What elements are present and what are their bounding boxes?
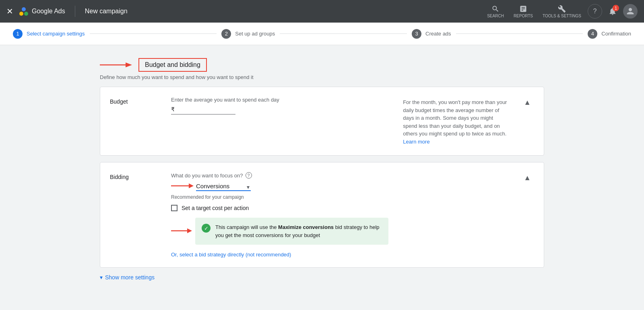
notifications-button[interactable]: 1 [605, 4, 620, 19]
conversions-select[interactable]: Conversions Conversion value Clicks Impr… [196, 183, 251, 191]
red-arrow-conversions-icon [171, 182, 194, 190]
green-info-box: ✓ This campaign will use the Maximize co… [195, 218, 388, 245]
bidding-question-text: What do you want to focus on? [171, 173, 243, 179]
target-cost-checkbox[interactable] [171, 205, 178, 211]
step-1-circle: 1 [13, 29, 23, 39]
step-3-label: Create ads [425, 31, 451, 37]
stepper-bar: 1 Select campaign settings 2 Set up ad g… [0, 23, 644, 45]
budget-collapse-button[interactable]: ▲ [520, 97, 534, 107]
bidding-question: What do you want to focus on? ? [171, 172, 390, 179]
svg-point-1 [24, 12, 28, 16]
red-arrow-green-box-icon [171, 227, 192, 235]
bidding-collapse-button[interactable]: ▲ [520, 172, 534, 182]
step-1-label: Select campaign settings [27, 31, 85, 37]
search-icon [491, 5, 500, 13]
topnav-left: ✕ Google Ads New campaign [6, 6, 484, 17]
help-circle-icon[interactable]: ? [246, 172, 252, 179]
search-nav-label: SEARCH [487, 14, 504, 18]
red-arrow-icon [100, 60, 132, 70]
svg-marker-8 [187, 228, 192, 233]
red-arrow-conversions [171, 182, 194, 192]
step-4-circle: 4 [588, 29, 597, 39]
nav-divider [75, 6, 75, 17]
google-ads-logo: Google Ads [18, 6, 65, 17]
section-title-box: Budget and bidding [138, 58, 207, 72]
tools-nav-label: TOOLS & SETTINGS [543, 14, 581, 18]
top-navigation: ✕ Google Ads New campaign SEARCH REPORTS… [0, 0, 644, 23]
topnav-right: SEARCH REPORTS TOOLS & SETTINGS ? 1 [484, 3, 638, 20]
step-2[interactable]: 2 Set up ad groups [221, 29, 275, 39]
step-connector-2 [280, 33, 407, 34]
step-connector-3 [456, 33, 583, 34]
google-ads-logo-icon [18, 6, 29, 17]
main-content: Budget and bidding Define how much you w… [80, 45, 564, 293]
close-button[interactable]: ✕ [6, 6, 13, 16]
red-arrow-green-box [171, 227, 192, 236]
brand-name: Google Ads [32, 8, 65, 15]
search-nav-button[interactable]: SEARCH [484, 3, 507, 20]
show-more-settings[interactable]: ▾ Show more settings [100, 274, 544, 281]
svg-point-2 [22, 7, 26, 11]
reports-nav-button[interactable]: REPORTS [510, 3, 536, 20]
step-4-label: Confirmation [601, 31, 631, 37]
budget-side-text: For the month, you won't pay more than y… [403, 97, 508, 146]
green-info-bold: Maximize conversions [278, 224, 334, 230]
section-subtitle: Define how much you want to spend and ho… [100, 74, 544, 80]
show-more-label: Show more settings [105, 274, 155, 281]
svg-marker-6 [189, 183, 194, 188]
section-header-row: Budget and bidding [100, 58, 544, 72]
step-connector-1 [90, 33, 217, 34]
show-more-chevron-icon: ▾ [100, 274, 103, 281]
budget-input[interactable] [176, 106, 225, 112]
step-2-label: Set up ad groups [235, 31, 275, 37]
checkbox-label: Set a target cost per action [182, 205, 249, 211]
budget-input-row[interactable]: ₹ [171, 106, 235, 114]
step-4[interactable]: 4 Confirmation [588, 29, 631, 39]
help-icon: ? [593, 8, 597, 15]
bidding-card-row: Bidding What do you want to focus on? ? [100, 162, 544, 267]
bid-strategy-link[interactable]: Or, select a bid strategy directly (not … [171, 252, 291, 258]
reports-nav-label: REPORTS [514, 14, 533, 18]
avatar[interactable] [623, 4, 638, 19]
budget-input-label: Enter the average you want to spend each… [171, 97, 390, 103]
currency-symbol: ₹ [171, 106, 175, 112]
help-button[interactable]: ? [588, 4, 602, 19]
avatar-icon [626, 7, 634, 15]
reports-icon [519, 5, 527, 13]
green-info-text: This campaign will use the Maximize conv… [215, 223, 382, 239]
red-arrow-section [100, 60, 132, 70]
section-title: Budget and bidding [145, 61, 200, 68]
green-check-icon: ✓ [202, 224, 211, 233]
recommended-text: Recommended for your campaign [171, 194, 390, 200]
bidding-label: Bidding [110, 172, 158, 180]
budget-card-row: Budget Enter the average you want to spe… [100, 87, 544, 155]
tools-nav-button[interactable]: TOOLS & SETTINGS [539, 3, 584, 20]
notification-badge: 1 [613, 5, 619, 11]
budget-card-body: Enter the average you want to spend each… [171, 97, 390, 114]
bidding-card: Bidding What do you want to focus on? ? [100, 162, 544, 268]
checkbox-row: Set a target cost per action [171, 205, 390, 211]
campaign-title: New campaign [85, 8, 128, 15]
budget-label: Budget [110, 97, 158, 105]
svg-point-0 [19, 12, 23, 16]
step-2-circle: 2 [221, 29, 231, 39]
conversions-dropdown: Conversions Conversion value Clicks Impr… [171, 182, 390, 192]
step-3[interactable]: 3 Create ads [412, 29, 451, 39]
bidding-side [403, 172, 508, 174]
step-1[interactable]: 1 Select campaign settings [13, 29, 85, 39]
budget-card: Budget Enter the average you want to spe… [100, 87, 544, 156]
tools-icon [558, 5, 566, 13]
step-3-circle: 3 [412, 29, 421, 39]
bidding-card-body: What do you want to focus on? ? Conversi… [171, 172, 390, 258]
svg-marker-4 [126, 62, 132, 67]
green-info-text-before: This campaign will use the [215, 224, 278, 230]
learn-more-link[interactable]: Learn more [403, 139, 429, 145]
